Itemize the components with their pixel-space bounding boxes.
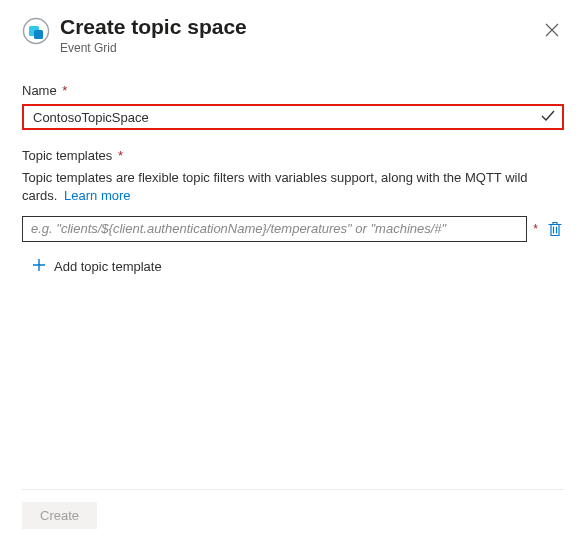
delete-template-button[interactable] — [546, 220, 564, 238]
topic-templates-label-text: Topic templates — [22, 148, 112, 163]
topic-template-row: * — [22, 216, 564, 242]
topic-templates-block: Topic templates * Topic templates are fl… — [22, 148, 564, 274]
panel-header: Create topic space Event Grid — [22, 14, 564, 55]
close-button[interactable] — [540, 18, 564, 42]
learn-more-link[interactable]: Learn more — [64, 188, 130, 203]
topic-template-input-wrap — [22, 216, 527, 242]
panel-title: Create topic space — [60, 14, 564, 39]
check-icon — [540, 108, 556, 127]
add-topic-template-button[interactable]: Add topic template — [22, 258, 564, 275]
required-marker: * — [62, 83, 67, 98]
add-topic-template-label: Add topic template — [54, 259, 162, 274]
create-button[interactable]: Create — [22, 502, 97, 529]
name-label-text: Name — [22, 83, 57, 98]
topic-templates-label: Topic templates * — [22, 148, 564, 163]
topic-template-input[interactable] — [29, 220, 520, 237]
trash-icon — [548, 221, 562, 237]
name-input[interactable] — [31, 109, 534, 126]
panel-footer: Create — [22, 489, 564, 543]
panel-subtitle: Event Grid — [60, 41, 564, 55]
close-icon — [545, 23, 559, 37]
svg-rect-2 — [34, 30, 43, 39]
topic-templates-description: Topic templates are flexible topic filte… — [22, 169, 564, 205]
required-marker: * — [533, 222, 538, 236]
topic-space-icon — [22, 17, 50, 45]
name-label: Name * — [22, 83, 564, 98]
plus-icon — [32, 258, 46, 275]
header-titles: Create topic space Event Grid — [60, 14, 564, 55]
create-topic-space-panel: Create topic space Event Grid Name * Top… — [0, 0, 586, 543]
required-marker: * — [118, 148, 123, 163]
name-input-wrap — [22, 104, 564, 130]
name-field-block: Name * — [22, 83, 564, 130]
